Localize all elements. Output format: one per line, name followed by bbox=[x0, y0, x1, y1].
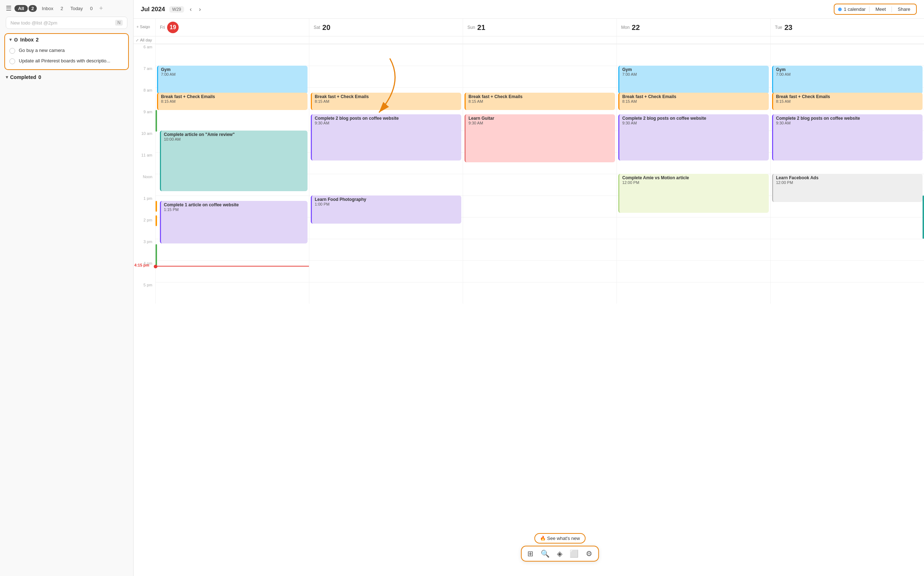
tab-today-count: 0 bbox=[88, 5, 95, 12]
layout-icon[interactable]: ⬜ bbox=[569, 549, 579, 558]
todo-checkbox[interactable] bbox=[10, 58, 15, 64]
time-7am: 7 am bbox=[133, 66, 155, 87]
prev-week-button[interactable]: ‹ bbox=[188, 5, 193, 13]
event-time: 12:00 PM bbox=[776, 180, 920, 185]
todo-text: Update all Pinterest boards with descrip… bbox=[19, 58, 111, 64]
event-title: Gym bbox=[622, 67, 766, 72]
settings-icon[interactable]: ⚙ bbox=[586, 549, 592, 558]
inbox-chevron[interactable]: ▾ bbox=[10, 37, 11, 42]
event-sat-food-photo[interactable]: Learn Food Photography 1:00 PM bbox=[311, 195, 461, 224]
event-sun-breakfast[interactable]: Break fast + Check Emails 8:15 AM bbox=[465, 93, 615, 110]
completed-header[interactable]: ▾ Completed 0 bbox=[6, 74, 127, 80]
hour-line bbox=[309, 66, 463, 66]
event-title: Complete 2 blog posts on coffee website bbox=[776, 116, 920, 121]
hour-line bbox=[771, 239, 924, 239]
list-item[interactable]: Go buy a new camera bbox=[10, 45, 124, 56]
inbox-label: Inbox bbox=[20, 37, 34, 43]
event-title: Break fast + Check Emails bbox=[315, 94, 459, 99]
header-divider bbox=[892, 6, 892, 12]
event-tue-blog[interactable]: Complete 2 blog posts on coffee website … bbox=[772, 114, 922, 160]
event-tue-breakfast[interactable]: Break fast + Check Emails 8:15 AM bbox=[772, 93, 922, 110]
event-title: Complete 2 blog posts on coffee website bbox=[622, 116, 766, 121]
current-time-dot bbox=[154, 265, 157, 268]
day-col-fri[interactable]: Gym 7:00 AM Break fast + Check Emails 8:… bbox=[155, 44, 309, 304]
cube-icon[interactable]: ◈ bbox=[557, 549, 562, 558]
time-11am: 11 am bbox=[133, 152, 155, 174]
see-whats-new-button[interactable]: 🔥 See what's new bbox=[534, 533, 586, 544]
meet-button[interactable]: Meet bbox=[873, 6, 888, 13]
event-mon-gym[interactable]: Gym 7:00 AM bbox=[618, 66, 769, 94]
hour-line bbox=[463, 282, 616, 282]
event-title: Learn Food Photography bbox=[315, 197, 459, 202]
calendar-month-title: Jul 2024 bbox=[141, 6, 165, 13]
time-9am: 9 am bbox=[133, 109, 155, 131]
day-col-tue[interactable]: Gym 7:00 AM Break fast + Check Emails 8:… bbox=[770, 44, 924, 304]
day-col-mon[interactable]: Gym 7:00 AM Break fast + Check Emails 8:… bbox=[616, 44, 770, 304]
event-title: Complete 2 blog posts on coffee website bbox=[315, 116, 459, 121]
new-todo-input-container[interactable]: New todo @list @2pm N bbox=[6, 17, 127, 29]
left-bar-orange2 bbox=[156, 215, 157, 226]
event-time: 1:15 PM bbox=[164, 207, 305, 212]
event-sun-guitar[interactable]: Learn Guitar 9:30 AM bbox=[465, 114, 615, 162]
hour-line bbox=[463, 239, 616, 239]
teal-side-bar bbox=[922, 195, 924, 239]
share-button[interactable]: Share bbox=[895, 6, 913, 13]
event-time: 8:15 AM bbox=[315, 99, 459, 104]
hour-line bbox=[309, 174, 463, 174]
event-fri-coffee-article[interactable]: Complete 1 article on coffee website 1:1… bbox=[160, 201, 308, 243]
event-tue-gym[interactable]: Gym 7:00 AM bbox=[772, 66, 922, 94]
inbox-header: ▾ ⊙ Inbox 2 bbox=[10, 37, 124, 43]
collapse-icon[interactable]: ⤢ bbox=[136, 38, 139, 42]
event-fri-breakfast[interactable]: Break fast + Check Emails 8:15 AM bbox=[157, 93, 308, 110]
add-list-button[interactable]: + bbox=[99, 5, 103, 12]
event-title: Complete 1 article on coffee website bbox=[164, 202, 305, 207]
event-time: 8:15 AM bbox=[468, 99, 612, 104]
tab-today[interactable]: Today bbox=[68, 5, 85, 12]
hour-line bbox=[771, 217, 924, 218]
tab-all-count: 2 bbox=[29, 5, 37, 12]
calendar-count-label: 1 calendar bbox=[844, 6, 866, 12]
grid-icon[interactable]: ⊞ bbox=[527, 549, 533, 558]
left-bar-green2 bbox=[156, 244, 157, 266]
saigo-label: + Saigo bbox=[135, 22, 154, 32]
hour-line bbox=[309, 87, 463, 88]
tab-all[interactable]: All bbox=[14, 5, 28, 12]
todo-checkbox[interactable] bbox=[10, 48, 15, 54]
event-tue-facebook[interactable]: Learn Facebook Ads 12:00 PM bbox=[772, 174, 922, 202]
calendar-header-right: 1 calendar Meet Share bbox=[834, 3, 917, 15]
left-bar-orange bbox=[156, 201, 157, 212]
list-item[interactable]: Update all Pinterest boards with descrip… bbox=[10, 56, 124, 66]
event-sat-blog[interactable]: Complete 2 blog posts on coffee website … bbox=[311, 114, 461, 160]
event-title: Break fast + Check Emails bbox=[468, 94, 612, 99]
hour-line bbox=[771, 282, 924, 282]
day-col-sun[interactable]: Break fast + Check Emails 8:15 AM Learn … bbox=[463, 44, 616, 304]
event-sat-breakfast[interactable]: Break fast + Check Emails 8:15 AM bbox=[311, 93, 461, 110]
event-time: 10:00 AM bbox=[164, 137, 305, 141]
hour-line bbox=[309, 282, 463, 282]
event-mon-amie[interactable]: Complete Amie vs Motion article 12:00 PM bbox=[618, 174, 769, 213]
event-title: Gym bbox=[161, 67, 305, 72]
hour-line bbox=[156, 261, 309, 261]
time-10am: 10 am bbox=[133, 131, 155, 152]
event-time: 7:00 AM bbox=[776, 72, 920, 77]
time-5pm: 5 pm bbox=[133, 282, 155, 304]
event-fri-gym[interactable]: Gym 7:00 AM bbox=[157, 66, 308, 94]
hour-line bbox=[617, 282, 770, 282]
day-header-sat: Sat 20 bbox=[309, 19, 463, 36]
search-icon[interactable]: 🔍 bbox=[541, 549, 550, 558]
event-fri-article[interactable]: Complete article on "Amie review" 10:00 … bbox=[160, 131, 308, 191]
day-name-sat: Sat bbox=[314, 25, 320, 30]
event-time: 7:00 AM bbox=[622, 72, 766, 77]
day-header-mon: Mon 22 bbox=[616, 19, 770, 36]
event-mon-breakfast[interactable]: Break fast + Check Emails 8:15 AM bbox=[618, 93, 769, 110]
toolbar-icons: ⊞ 🔍 ◈ ⬜ ⚙ bbox=[521, 546, 599, 562]
completed-chevron[interactable]: ▾ bbox=[6, 75, 8, 80]
next-week-button[interactable]: › bbox=[197, 5, 202, 13]
tab-inbox[interactable]: Inbox bbox=[40, 5, 56, 12]
day-col-sat[interactable]: Break fast + Check Emails 8:15 AM Comple… bbox=[309, 44, 463, 304]
event-mon-blog[interactable]: Complete 2 blog posts on coffee website … bbox=[618, 114, 769, 160]
event-time: 9:30 AM bbox=[776, 121, 920, 125]
current-time-line bbox=[156, 266, 309, 267]
menu-icon[interactable]: ☰ bbox=[6, 4, 11, 12]
hour-line bbox=[156, 282, 309, 282]
